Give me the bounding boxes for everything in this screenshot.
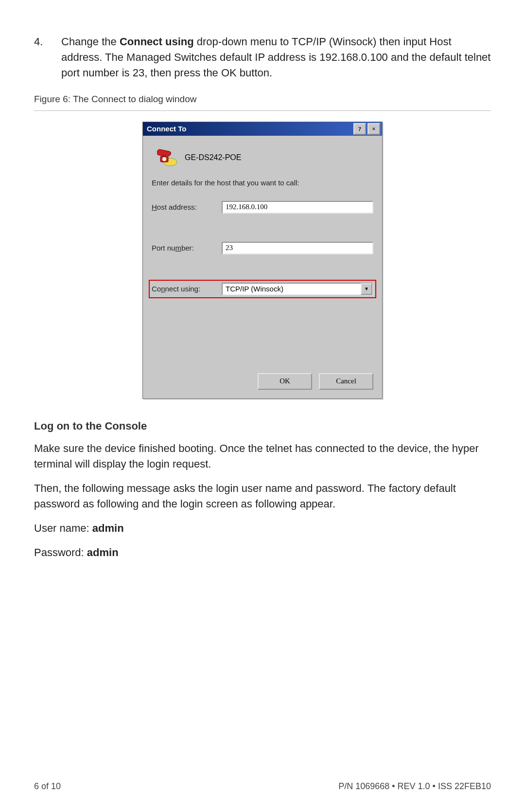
- port-number-label: Port number:: [152, 243, 215, 253]
- phone-icon: [155, 147, 178, 167]
- username-line: User name: admin: [34, 521, 491, 536]
- dialog-container: Connect To ? × GE-DS242-POE: [34, 122, 491, 399]
- cancel-button[interactable]: Cancel: [319, 373, 373, 390]
- host-address-field: Host address:: [152, 201, 373, 214]
- numbered-step: 4. Change the Connect using drop-down me…: [34, 34, 491, 81]
- titlebar-close-button[interactable]: ×: [368, 123, 380, 135]
- step-text-pre: Change the: [61, 36, 120, 48]
- step-number: 4.: [34, 34, 52, 81]
- connection-name: GE-DS242-POE: [185, 152, 241, 163]
- port-number-input[interactable]: [222, 242, 373, 254]
- dialog-prompt: Enter details for the host that you want…: [152, 178, 373, 188]
- paragraph-2: Then, the following message asks the log…: [34, 481, 491, 512]
- dialog-button-row: OK Cancel: [258, 373, 373, 390]
- section-heading: Log on to the Console: [34, 418, 491, 434]
- dialog-titlebar[interactable]: Connect To ? ×: [143, 122, 382, 136]
- port-number-field: Port number:: [152, 242, 373, 254]
- ok-button[interactable]: OK: [258, 373, 312, 390]
- connection-header: GE-DS242-POE: [155, 147, 373, 167]
- connect-using-label: Connect using:: [152, 284, 215, 294]
- username-value: admin: [92, 522, 124, 534]
- footer-page-number: 6 of 10: [34, 780, 61, 793]
- chevron-down-icon[interactable]: ▼: [361, 283, 372, 295]
- connect-to-dialog: Connect To ? × GE-DS242-POE: [142, 122, 383, 399]
- footer-doc-info: P/N 1069668 • REV 1.0 • ISS 22FEB10: [338, 780, 491, 793]
- figure-caption: Figure 6: The Connect to dialog window: [34, 92, 491, 106]
- titlebar-help-button[interactable]: ?: [353, 123, 366, 135]
- host-address-input[interactable]: [222, 201, 373, 214]
- svg-point-2: [162, 157, 166, 161]
- connect-using-combobox[interactable]: TCP/IP (Winsock) ▼: [222, 283, 373, 295]
- page-footer: 6 of 10 P/N 1069668 • REV 1.0 • ISS 22FE…: [34, 780, 491, 793]
- paragraph-1: Make sure the device finished booting. O…: [34, 441, 491, 472]
- username-label: User name:: [34, 522, 92, 534]
- password-label: Password:: [34, 546, 87, 559]
- dialog-body: GE-DS242-POE Enter details for the host …: [143, 136, 382, 398]
- connect-using-value: TCP/IP (Winsock): [223, 284, 361, 294]
- connect-using-highlight: Connect using: TCP/IP (Winsock) ▼: [149, 280, 376, 298]
- document-page: 4. Change the Connect using drop-down me…: [0, 0, 525, 812]
- figure-rule: [34, 110, 491, 111]
- dialog-title: Connect To: [147, 124, 186, 134]
- password-value: admin: [87, 546, 119, 559]
- connect-using-field: Connect using: TCP/IP (Winsock) ▼: [152, 283, 373, 295]
- password-line: Password: admin: [34, 545, 491, 560]
- step-text-bold: Connect using: [120, 36, 194, 48]
- step-text: Change the Connect using drop-down menu …: [61, 34, 491, 81]
- host-address-label: Host address:: [152, 202, 215, 213]
